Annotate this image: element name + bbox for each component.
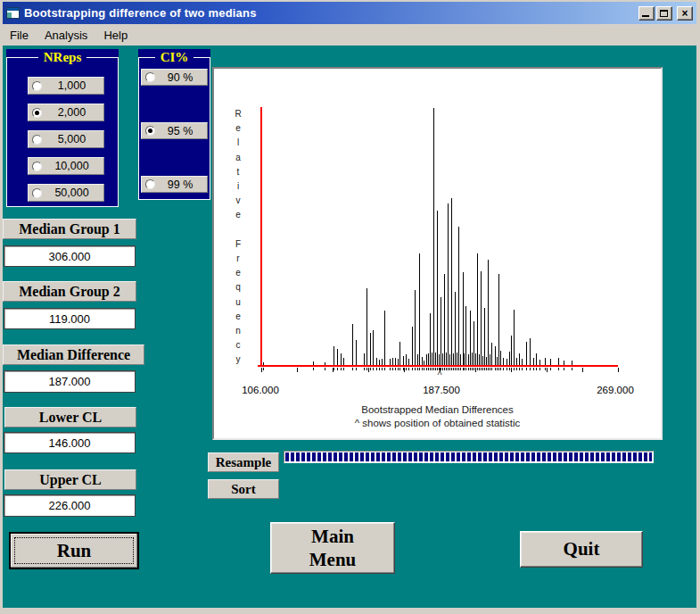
main-menu-button[interactable]: Main Menu [270, 522, 395, 574]
y-axis-label-letter: n [232, 326, 244, 340]
axis-tick [458, 368, 459, 370]
axis-tick [390, 368, 391, 370]
radio-icon [32, 81, 42, 91]
median-difference-field[interactable]: 187.000 [4, 370, 136, 393]
axis-tick [376, 368, 377, 370]
histogram-spike [439, 354, 440, 365]
axis-major-tick [261, 368, 262, 372]
axis-tick [356, 368, 357, 370]
histogram-spike [352, 324, 353, 365]
histogram-spike [448, 203, 449, 365]
histogram-spike [465, 306, 466, 365]
nreps-option-label: 10,000 [47, 160, 103, 172]
nreps-option-1000[interactable]: 1,000 [28, 77, 104, 95]
histogram-spike [498, 274, 499, 365]
axis-tick [526, 368, 527, 370]
axis-tick [325, 368, 325, 370]
histogram-spike [384, 311, 385, 365]
y-axis-label-letter [232, 225, 244, 239]
histogram-spike [500, 351, 501, 365]
median-group1-field[interactable]: 306.000 [4, 245, 136, 267]
histogram-spike [519, 353, 520, 365]
histogram-spike [422, 357, 423, 365]
ci-option-90[interactable]: 90 % [141, 69, 208, 86]
bootstrap-histogram-chart: RelativeFrequency ^ 106.000 187.500 269.… [212, 67, 663, 440]
y-axis-label-letter: v [232, 195, 244, 210]
histogram-spike [441, 297, 441, 365]
axis-tick [415, 368, 416, 370]
histogram-spike [382, 359, 383, 365]
histogram-spike [509, 352, 510, 365]
histogram-spike [263, 362, 264, 365]
ci-option-99[interactable]: 99 % [141, 176, 208, 193]
histogram-spike [356, 340, 357, 365]
focus-rect [14, 537, 134, 564]
x-axis-title: Bootstrapped Median Differences [214, 404, 661, 415]
menu-help[interactable]: Help [95, 26, 136, 45]
axis-tick [514, 368, 515, 370]
nreps-option-2000[interactable]: 2,000 [28, 104, 104, 121]
axis-tick [500, 368, 501, 370]
axis-tick [455, 368, 456, 370]
progress-fill [285, 452, 652, 461]
axis-tick [412, 368, 413, 370]
upper-cl-field[interactable]: 226.000 [4, 494, 136, 517]
minimize-icon[interactable] [638, 6, 655, 21]
axis-major-tick [404, 368, 405, 372]
ci-option-95[interactable]: 95 % [141, 122, 208, 139]
axis-tick [464, 368, 465, 370]
axis-major-tick [475, 368, 476, 372]
title-bar[interactable]: Bootstrapping difference of two medians … [3, 2, 696, 24]
maximize-icon[interactable] [656, 6, 672, 21]
y-axis-label-letter: i [232, 181, 244, 195]
histogram-spike [337, 349, 338, 365]
nreps-option-label: 5,000 [47, 133, 103, 145]
histogram-spike [403, 356, 404, 365]
histogram-spike [398, 359, 399, 365]
radio-icon [145, 126, 155, 136]
run-button[interactable]: Run [10, 533, 138, 568]
axis-tick [558, 368, 559, 370]
histogram-spike [477, 253, 478, 365]
lower-cl-field[interactable]: 146.000 [4, 432, 136, 453]
axis-tick [465, 368, 466, 370]
axis-tick [419, 368, 420, 370]
axis-tick [530, 368, 531, 370]
nreps-option-10000[interactable]: 10,000 [28, 157, 104, 175]
histogram-spike [479, 354, 480, 365]
histogram-spike [488, 260, 489, 365]
radio-icon [145, 72, 155, 82]
y-axis-label-letter: y [232, 354, 244, 369]
y-axis-label-letter: a [232, 153, 244, 167]
axis-tick [399, 368, 400, 370]
y-axis-label-letter: F [232, 239, 244, 253]
main-menu-label-line1: Main [311, 525, 354, 548]
menu-file[interactable]: File [3, 26, 37, 45]
nreps-option-50000[interactable]: 50,000 [28, 184, 104, 202]
ci-frame-title: CI% [138, 49, 210, 65]
close-icon[interactable]: × [677, 6, 693, 21]
histogram-spike [395, 358, 396, 365]
histogram-spike [545, 358, 546, 365]
histogram-spike [424, 361, 424, 365]
histogram-spike [470, 311, 471, 365]
axis-tick [263, 368, 264, 370]
axis-tick [498, 368, 499, 370]
median-group2-field[interactable]: 119.000 [4, 308, 136, 329]
histogram-spike [539, 360, 540, 365]
histogram-spike [533, 358, 534, 365]
nreps-option-5000[interactable]: 5,000 [28, 130, 104, 148]
sort-label: Sort [208, 479, 279, 499]
menu-bar: File Analysis Help [3, 24, 696, 46]
histogram-spike [536, 353, 537, 365]
quit-button[interactable]: Quit [520, 531, 643, 568]
histogram-spike [370, 333, 371, 365]
histogram-spike [392, 358, 393, 365]
axis-tick [509, 368, 510, 370]
axis-tick [503, 368, 504, 370]
menu-analysis[interactable]: Analysis [37, 26, 95, 45]
axis-tick [533, 368, 534, 370]
axis-tick [497, 368, 498, 370]
axis-tick [545, 368, 546, 370]
main-menu-label-line2: Menu [309, 548, 357, 571]
